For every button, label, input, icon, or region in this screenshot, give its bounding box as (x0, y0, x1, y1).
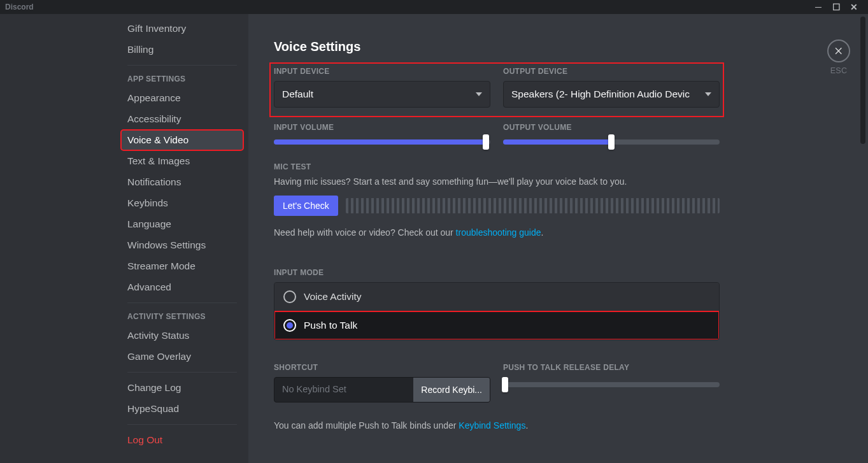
mic-test-description: Having mic issues? Start a test and say … (274, 176, 720, 187)
titlebar: Discord ─ ☐ ✕ (0, 0, 868, 14)
input-volume-label: INPUT VOLUME (274, 123, 490, 132)
ptt-delay-label: PUSH TO TALK RELEASE DELAY (503, 363, 720, 372)
input-device-value: Default (282, 89, 313, 100)
sidebar-item-change-log[interactable]: Change Log (121, 378, 243, 398)
input-mode-label: INPUT MODE (274, 268, 720, 277)
sidebar-item-advanced[interactable]: Advanced (121, 277, 243, 297)
output-volume-slider[interactable] (503, 139, 720, 145)
minimize-button[interactable]: ─ (809, 2, 827, 12)
input-device-label: INPUT DEVICE (274, 67, 490, 76)
input-volume-slider[interactable] (274, 139, 490, 145)
radio-label: Voice Activity (304, 291, 361, 303)
divider (127, 65, 237, 66)
page-title: Voice Settings (274, 39, 720, 54)
output-device-select[interactable]: Speakers (2- High Definition Audio Devic (503, 81, 720, 108)
divider (127, 424, 237, 425)
sidebar-item-appearance[interactable]: Appearance (121, 88, 243, 108)
sidebar-item-language[interactable]: Language (121, 214, 243, 234)
esc-label: ESC (827, 66, 850, 75)
sidebar-item-streamer-mode[interactable]: Streamer Mode (121, 256, 243, 276)
window-close-button[interactable]: ✕ (845, 2, 863, 12)
sidebar-item-windows-settings[interactable]: Windows Settings (121, 235, 243, 255)
close-button[interactable] (827, 39, 850, 62)
help-text: Need help with voice or video? Check out… (274, 227, 720, 238)
radio-icon (283, 319, 296, 332)
divider (127, 303, 237, 303)
output-device-value: Speakers (2- High Definition Audio Devic (511, 89, 690, 100)
ptt-delay-slider[interactable] (503, 382, 720, 387)
chevron-down-icon (705, 92, 711, 96)
sidebar-gutter (0, 14, 115, 463)
radio-icon (283, 290, 296, 303)
sidebar-header-app-settings: APP SETTINGS (121, 71, 243, 87)
record-keybind-button[interactable]: Record Keybi... (413, 378, 490, 402)
radio-voice-activity[interactable]: Voice Activity (274, 283, 719, 311)
shortcut-label: SHORTCUT (274, 363, 490, 372)
sidebar-item-text-images[interactable]: Text & Images (121, 151, 243, 171)
output-volume-label: OUTPUT VOLUME (503, 123, 720, 132)
chevron-down-icon (476, 92, 482, 96)
app-name: Discord (5, 3, 809, 11)
settings-content: ESC Voice Settings INPUT DEVICE Default … (248, 14, 868, 463)
keybind-settings-link[interactable]: Keybind Settings (459, 420, 525, 431)
sidebar-item-voice-video[interactable]: Voice & Video (121, 130, 243, 150)
scrollbar[interactable] (860, 17, 865, 144)
keybind-recorder[interactable]: No Keybind Set Record Keybi... (274, 377, 490, 402)
sidebar-item-gift-inventory[interactable]: Gift Inventory (121, 18, 243, 39)
sidebar-item-hypesquad[interactable]: HypeSquad (121, 399, 243, 419)
radio-label: Push to Talk (304, 320, 357, 331)
sidebar-item-accessibility[interactable]: Accessibility (121, 109, 243, 129)
keybind-input[interactable]: No Keybind Set (274, 378, 413, 402)
sidebar-item-keybinds[interactable]: Keybinds (121, 193, 243, 213)
troubleshooting-link[interactable]: troubleshooting guide (456, 227, 541, 238)
sidebar-item-activity-status[interactable]: Activity Status (121, 325, 243, 346)
input-device-select[interactable]: Default (274, 81, 490, 108)
sidebar-header-activity-settings: ACTIVITY SETTINGS (121, 308, 243, 325)
mic-level-meter (346, 198, 720, 213)
maximize-button[interactable]: ☐ (827, 2, 845, 12)
slider-thumb[interactable] (608, 134, 615, 150)
close-icon (834, 46, 844, 56)
slider-thumb[interactable] (483, 134, 489, 150)
lets-check-button[interactable]: Let's Check (274, 196, 338, 216)
slider-thumb[interactable] (502, 377, 508, 392)
sidebar-item-notifications[interactable]: Notifications (121, 172, 243, 192)
sidebar-item-game-overlay[interactable]: Game Overlay (121, 346, 243, 367)
mic-test-label: MIC TEST (274, 162, 720, 171)
input-mode-radio-group: Voice Activity Push to Talk (274, 282, 720, 340)
sidebar-item-billing[interactable]: Billing (121, 39, 243, 60)
keybind-note: You can add multiple Push to Talk binds … (274, 420, 720, 431)
divider (127, 372, 237, 373)
output-device-label: OUTPUT DEVICE (503, 67, 720, 76)
close-settings: ESC (827, 39, 850, 75)
settings-sidebar: Gift Inventory Billing APP SETTINGS Appe… (115, 14, 248, 463)
sidebar-item-log-out[interactable]: Log Out (121, 430, 243, 450)
radio-push-to-talk[interactable]: Push to Talk (274, 311, 719, 339)
